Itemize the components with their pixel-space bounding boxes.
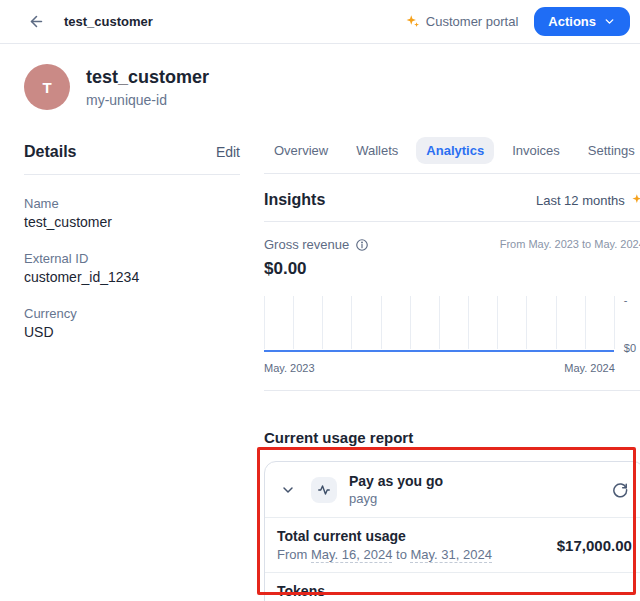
insights-section: Insights Last 12 months Gross revenue [264,191,640,391]
sparkles-icon [631,193,640,207]
avatar: T [24,64,70,110]
activity-icon [311,477,337,503]
topbar-title: test_customer [64,14,153,29]
edit-details-button[interactable]: Edit [216,144,240,160]
topbar: test_customer Customer portal Actions [0,0,640,44]
period-start-date[interactable]: May. 16, 2024 [311,547,392,563]
usage-report-title: Current usage report [264,429,640,446]
tab-wallets[interactable]: Wallets [346,137,408,164]
sparkles-icon [405,14,420,29]
total-usage-amount: $17,000.00 [557,537,632,554]
plan-code: payg [349,491,443,506]
info-icon[interactable] [355,238,369,252]
tab-settings[interactable]: Settings [578,137,640,164]
chart-zero-line [264,350,614,352]
period-selector[interactable]: Last 12 months [536,193,640,208]
back-button[interactable] [24,10,48,34]
tab-analytics[interactable]: Analytics [416,137,494,164]
insights-title: Insights [264,191,325,209]
chevron-down-icon [603,15,616,28]
y-axis-bottom-label: $0 [624,342,636,354]
gross-revenue-label: Gross revenue [264,237,349,252]
refresh-button[interactable] [608,478,632,502]
x-axis-start-label: May. 2023 [264,362,315,374]
details-panel: Details Edit Name test_customer External… [24,143,240,601]
arrow-left-icon [28,13,45,30]
details-title: Details [24,143,76,161]
x-axis-end-label: May. 2024 [564,362,615,374]
customer-name: test_customer [86,67,209,88]
field-label: External ID [24,251,240,266]
tab-bar: Overview Wallets Analytics Invoices Sett… [264,137,640,174]
gross-revenue-chart: - $0 [264,296,640,354]
detail-field-external-id: External ID customer_id_1234 [24,251,240,285]
field-value: customer_id_1234 [24,269,240,285]
customer-portal-link[interactable]: Customer portal [405,14,518,29]
field-value: USD [24,324,240,340]
customer-external-id: my-unique-id [86,92,209,108]
actions-label: Actions [548,14,596,29]
date-range-label: From May. 2023 to May. 2024 [500,237,640,250]
tab-overview[interactable]: Overview [264,137,338,164]
period-end-date[interactable]: May. 31, 2024 [410,547,491,563]
total-usage-label: Total current usage [277,528,492,544]
gross-revenue-value: $0.00 [264,259,640,279]
usage-item-name: Tokens [277,583,362,599]
plan-name: Pay as you go [349,473,443,489]
detail-field-currency: Currency USD [24,306,240,340]
chevron-down-icon [280,482,296,498]
field-label: Name [24,196,240,211]
y-axis-top-label: - [624,294,628,306]
tab-invoices[interactable]: Invoices [502,137,570,164]
refresh-icon [611,481,628,498]
actions-button[interactable]: Actions [534,7,630,36]
collapse-button[interactable] [277,479,299,501]
period-join: to [396,547,407,562]
usage-period: From May. 16, 2024 to May. 31, 2024 [277,547,492,562]
customer-header: T test_customer my-unique-id [24,64,620,110]
period-prefix: From [277,547,307,562]
field-value: test_customer [24,214,240,230]
field-label: Currency [24,306,240,321]
total-usage-row: Total current usage From May. 16, 2024 t… [265,517,640,572]
divider [264,390,640,391]
usage-item-row: Tokens openai_tokens [265,572,640,601]
usage-report-section: Current usage report Pay as you go [264,429,640,601]
customer-portal-label: Customer portal [426,14,518,29]
detail-field-name: Name test_customer [24,196,240,230]
chart-gridlines [264,296,615,349]
period-label: Last 12 months [536,193,625,208]
usage-report-card: Pay as you go payg Total current usage [264,461,640,601]
